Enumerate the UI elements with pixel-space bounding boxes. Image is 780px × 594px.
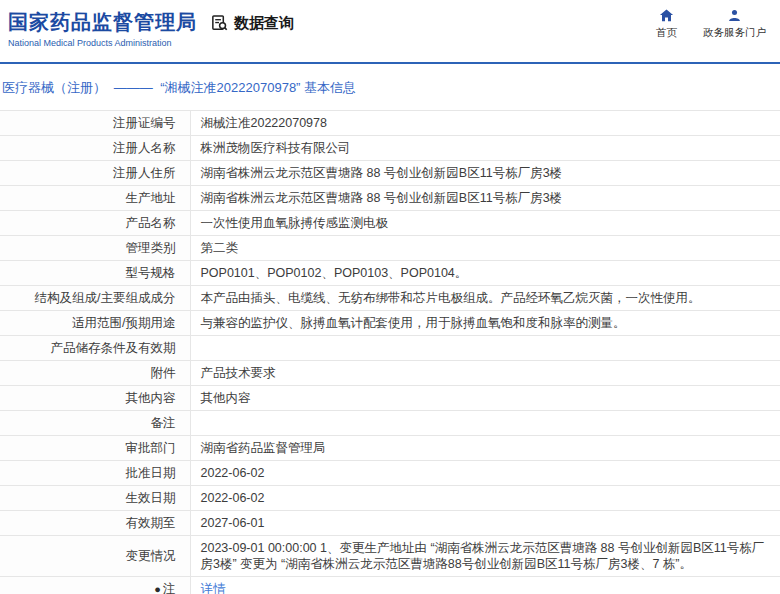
data-query-section[interactable]: 数据查询 (210, 14, 294, 33)
table-row: 生产地址湖南省株洲云龙示范区曹塘路 88 号创业创新园B区11号栋厂房3楼 (0, 186, 780, 211)
table-row: 附件产品技术要求 (0, 361, 780, 386)
nav-portal-label: 政务服务门户 (703, 26, 766, 40)
row-label: 附件 (0, 361, 190, 386)
row-label: 生产地址 (0, 186, 190, 211)
row-label: 结构及组成/主要组成成分 (0, 286, 190, 311)
site-subtitle: National Medical Products Administration (8, 38, 197, 48)
table-row: 管理类别第二类 (0, 236, 780, 261)
nav-portal[interactable]: 政务服务门户 (703, 8, 766, 40)
breadcrumb-category[interactable]: 医疗器械（注册） (2, 80, 106, 95)
top-nav: 首页 政务服务门户 (656, 8, 766, 40)
page-title: “湘械注准20222070978” 基本信息 (160, 80, 356, 95)
row-value: 产品技术要求 (190, 361, 780, 386)
table-row: ●注详情 (0, 577, 780, 594)
row-value: 一次性使用血氧脉搏传感监测电极 (190, 211, 780, 236)
row-value: POP0101、POP0102、POP0103、POP0104。 (190, 261, 780, 286)
table-row: 型号规格POP0101、POP0102、POP0103、POP0104。 (0, 261, 780, 286)
nav-home-label: 首页 (656, 26, 677, 40)
row-value: 湘械注准20222070978 (190, 111, 780, 136)
breadcrumb-separator: ——— (114, 80, 153, 95)
row-label: 产品储存条件及有效期 (0, 336, 190, 361)
table-row: 适用范围/预期用途与兼容的监护仪、脉搏血氧计配套使用，用于脉搏血氧饱和度和脉率的… (0, 311, 780, 336)
row-label: 产品名称 (0, 211, 190, 236)
table-row: 变更情况2023-09-01 00:00:00 1、变更生产地址由 “湖南省株洲… (0, 536, 780, 577)
row-label: 型号规格 (0, 261, 190, 286)
home-icon (659, 8, 674, 23)
table-row: 其他内容其他内容 (0, 386, 780, 411)
row-label: 注册人名称 (0, 136, 190, 161)
table-row: 结构及组成/主要组成成分本产品由插头、电缆线、无纺布绑带和芯片电极组成。产品经环… (0, 286, 780, 311)
user-icon (727, 8, 742, 23)
row-label: 批准日期 (0, 461, 190, 486)
row-label: 管理类别 (0, 236, 190, 261)
row-label: 变更情况 (0, 536, 190, 577)
row-value: 湖南省株洲云龙示范区曹塘路 88 号创业创新园B区11号栋厂房3楼 (190, 186, 780, 211)
info-table: 注册证编号湘械注准20222070978注册人名称株洲茂物医疗科技有限公司注册人… (0, 110, 780, 594)
data-query-icon (210, 14, 229, 33)
row-label: 有效期至 (0, 511, 190, 536)
row-label: 适用范围/预期用途 (0, 311, 190, 336)
row-value: 湖南省株洲云龙示范区曹塘路 88 号创业创新园B区11号栋厂房3楼 (190, 161, 780, 186)
row-value: 本产品由插头、电缆线、无纺布绑带和芯片电极组成。产品经环氧乙烷灭菌，一次性使用。 (190, 286, 780, 311)
note-dot-icon: ● (154, 581, 161, 594)
row-value: 2023-09-01 00:00:00 1、变更生产地址由 “湖南省株洲云龙示范… (190, 536, 780, 577)
nav-home[interactable]: 首页 (656, 8, 677, 40)
table-row: 备注 (0, 411, 780, 436)
info-table-body: 注册证编号湘械注准20222070978注册人名称株洲茂物医疗科技有限公司注册人… (0, 111, 780, 594)
row-value (190, 336, 780, 361)
table-row: 产品名称一次性使用血氧脉搏传感监测电极 (0, 211, 780, 236)
row-value: 2022-06-02 (190, 486, 780, 511)
table-row: 批准日期2022-06-02 (0, 461, 780, 486)
row-value: 湖南省药品监督管理局 (190, 436, 780, 461)
table-row: 注册证编号湘械注准20222070978 (0, 111, 780, 136)
row-value (190, 411, 780, 436)
row-label: ●注 (0, 577, 190, 594)
row-label: 注册证编号 (0, 111, 190, 136)
row-label: 备注 (0, 411, 190, 436)
row-label: 生效日期 (0, 486, 190, 511)
data-query-label: 数据查询 (234, 14, 294, 33)
table-row: 注册人名称株洲茂物医疗科技有限公司 (0, 136, 780, 161)
row-label: 审批部门 (0, 436, 190, 461)
site-title: 国家药品监督管理局 (8, 9, 197, 36)
site-header: 国家药品监督管理局 National Medical Products Admi… (0, 0, 780, 62)
table-row: 审批部门湖南省药品监督管理局 (0, 436, 780, 461)
brand-logo[interactable]: 国家药品监督管理局 National Medical Products Admi… (8, 9, 197, 48)
table-row: 注册人住所湖南省株洲云龙示范区曹塘路 88 号创业创新园B区11号栋厂房3楼 (0, 161, 780, 186)
row-value: 2022-06-02 (190, 461, 780, 486)
row-value: 与兼容的监护仪、脉搏血氧计配套使用，用于脉搏血氧饱和度和脉率的测量。 (190, 311, 780, 336)
row-label: 其他内容 (0, 386, 190, 411)
row-label: 注册人住所 (0, 161, 190, 186)
table-row: 有效期至2027-06-01 (0, 511, 780, 536)
table-row: 产品储存条件及有效期 (0, 336, 780, 361)
row-value: 详情 (190, 577, 780, 594)
row-value: 2027-06-01 (190, 511, 780, 536)
row-value: 其他内容 (190, 386, 780, 411)
detail-link[interactable]: 详情 (201, 582, 226, 594)
breadcrumb: 医疗器械（注册） ——— “湘械注准20222070978” 基本信息 (0, 64, 780, 110)
row-value: 第二类 (190, 236, 780, 261)
page: 国家药品监督管理局 National Medical Products Admi… (0, 0, 780, 594)
table-row: 生效日期2022-06-02 (0, 486, 780, 511)
row-value: 株洲茂物医疗科技有限公司 (190, 136, 780, 161)
